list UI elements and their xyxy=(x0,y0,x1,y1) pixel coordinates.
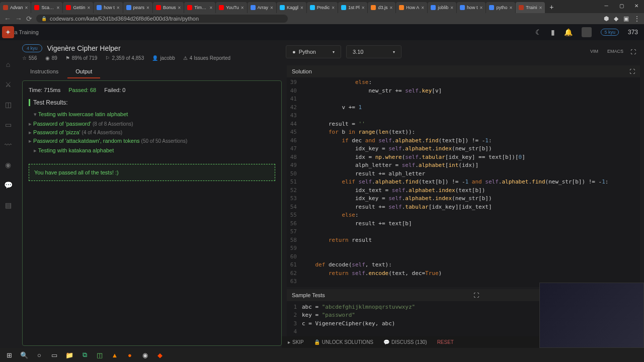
vim-mode-button[interactable]: VIM xyxy=(586,47,602,57)
task-view-icon[interactable]: ▭ xyxy=(48,349,60,361)
solution-editor[interactable]: 39 else:40 new_str += self.key[v]4142 v … xyxy=(287,77,640,287)
app-icon[interactable]: ▲ xyxy=(109,349,121,361)
browser-tab[interactable]: Array× xyxy=(248,2,276,13)
close-tab-icon[interactable]: × xyxy=(390,5,393,11)
stars-stat[interactable]: ☆ 556 xyxy=(22,55,37,61)
sidebar-career-icon[interactable]: ▭ xyxy=(5,121,12,129)
start-button[interactable]: ⊞ xyxy=(3,349,15,361)
new-tab-button[interactable]: + xyxy=(545,1,557,13)
search-icon[interactable]: 🔍 xyxy=(18,349,30,361)
tab-instructions[interactable]: Instructions xyxy=(22,65,66,78)
test-sub-group[interactable]: Password of 'password' (8 of 8 Assertion… xyxy=(29,121,275,127)
browser-tab[interactable]: How A× xyxy=(396,2,427,13)
close-tab-icon[interactable]: × xyxy=(509,5,512,11)
close-tab-icon[interactable]: × xyxy=(362,5,365,11)
test-group[interactable]: Testing with lowercase latin alphabet xyxy=(29,111,275,118)
close-tab-icon[interactable]: × xyxy=(209,5,212,11)
app-icon[interactable]: ◫ xyxy=(94,349,106,361)
cortana-icon[interactable]: ○ xyxy=(33,349,45,361)
sidebar-home-icon[interactable]: ⌂ xyxy=(6,60,10,68)
url-input[interactable]: 🔒 codewars.com/kata/52d1bd3694d26f8d6e00… xyxy=(36,15,288,23)
sidebar-docs-icon[interactable]: ▤ xyxy=(5,201,12,209)
time-stat: Time: 715ms xyxy=(29,87,60,93)
browser-tab[interactable]: how t× xyxy=(457,2,486,13)
close-tab-icon[interactable]: × xyxy=(25,5,28,11)
vscode-icon[interactable]: ⧉ xyxy=(78,349,91,361)
browser-tab[interactable]: d3.js× xyxy=(368,2,395,13)
sidebar-leaderboard-icon[interactable]: 〰 xyxy=(5,141,12,149)
code-line: 43 xyxy=(287,112,640,120)
test-sub-group[interactable]: Password of 'attackatdawn', random token… xyxy=(29,138,275,144)
issues-stat[interactable]: ⚠ 4 Issues Reported xyxy=(183,55,230,61)
explorer-icon[interactable]: 📁 xyxy=(63,349,75,361)
language-selector[interactable]: ● Python ▾ xyxy=(286,45,341,58)
browser-tab[interactable]: how t× xyxy=(94,2,122,13)
browser-tab[interactable]: Predic× xyxy=(307,2,338,13)
notifications-icon[interactable]: 🔔 xyxy=(564,28,573,36)
sidebar-freestyle-icon[interactable]: ◫ xyxy=(5,101,12,109)
extension-icon[interactable]: ⋮ xyxy=(634,15,640,22)
reload-button[interactable]: ⟳ xyxy=(26,15,32,23)
emacs-mode-button[interactable]: EMACS xyxy=(603,47,627,57)
close-window-button[interactable]: ✕ xyxy=(629,0,644,11)
close-tab-icon[interactable]: × xyxy=(178,5,181,11)
test-group[interactable]: Testing with katakana alphabet xyxy=(29,147,275,154)
reset-button[interactable]: RESET xyxy=(437,339,454,345)
bookmark-icon[interactable]: ▮ xyxy=(551,28,555,36)
maximize-button[interactable]: ▢ xyxy=(614,0,629,11)
forward-button[interactable]: → xyxy=(15,15,22,23)
extension-icon[interactable]: ⬢ xyxy=(604,15,609,22)
codewars-logo[interactable]: ✦ xyxy=(2,26,14,38)
browser-tab[interactable]: joblib× xyxy=(428,2,456,13)
fullscreen-icon[interactable]: ⛶ xyxy=(628,47,638,57)
browser-tab[interactable]: 1st Pl× xyxy=(338,2,367,13)
close-tab-icon[interactable]: × xyxy=(146,5,149,11)
test-sub-group[interactable]: Password of 'pizza' (4 of 4 Assertions) xyxy=(29,129,275,136)
version-selector[interactable]: 3.10 ▾ xyxy=(346,45,401,58)
browser-tab[interactable]: Traini× xyxy=(516,2,545,13)
extension-icon[interactable]: ▣ xyxy=(623,15,629,22)
close-tab-icon[interactable]: × xyxy=(332,5,335,11)
back-button[interactable]: ← xyxy=(4,15,11,23)
close-tab-icon[interactable]: × xyxy=(57,5,60,11)
close-tab-icon[interactable]: × xyxy=(539,5,542,11)
sidebar-chat-icon[interactable]: 💬 xyxy=(4,181,13,189)
chrome-icon[interactable]: ◉ xyxy=(139,349,151,361)
tab-output[interactable]: Output xyxy=(67,65,100,78)
sidebar-practice-icon[interactable]: ⚔ xyxy=(5,80,12,88)
close-tab-icon[interactable]: × xyxy=(241,5,244,11)
browser-tab[interactable]: pytho× xyxy=(486,2,515,13)
firefox-icon[interactable]: ● xyxy=(124,349,136,361)
close-tab-icon[interactable]: × xyxy=(450,5,453,11)
browser-tab[interactable]: YouTu× xyxy=(216,2,247,13)
sidebar-discord-icon[interactable]: ◉ xyxy=(5,161,11,169)
extension-icon[interactable]: ◆ xyxy=(614,15,618,22)
code-line: 40 new_str += self.key[v] xyxy=(287,87,640,96)
code-line: 45 for b in range(len(text)): xyxy=(287,128,640,137)
close-tab-icon[interactable]: × xyxy=(300,5,303,11)
close-tab-icon[interactable]: × xyxy=(117,5,120,11)
browser-tab[interactable]: Advan× xyxy=(0,2,31,13)
tab-title: how t xyxy=(104,5,115,10)
close-tab-icon[interactable]: × xyxy=(270,5,273,11)
tab-bar: Advan×Scan C×Gettin×how t×pears×Bonus×Ti… xyxy=(0,0,644,13)
theme-toggle-icon[interactable]: ☾ xyxy=(535,28,542,36)
skip-button[interactable]: ▸ SKIP xyxy=(288,339,304,345)
expand-icon[interactable]: ⛶ xyxy=(473,292,479,298)
minimize-button[interactable]: ─ xyxy=(599,0,614,11)
unlock-button[interactable]: 🔒 UNLOCK SOLUTIONS xyxy=(314,339,373,345)
avatar[interactable] xyxy=(582,27,592,37)
close-tab-icon[interactable]: × xyxy=(421,5,424,11)
browser-tab[interactable]: Gettin× xyxy=(63,2,93,13)
browser-tab[interactable]: Scan C× xyxy=(31,2,62,13)
close-tab-icon[interactable]: × xyxy=(480,5,483,11)
close-tab-icon[interactable]: × xyxy=(87,5,90,11)
author-stat[interactable]: 👤 jacobb xyxy=(152,55,175,61)
browser-tab[interactable]: Time S× xyxy=(184,2,215,13)
browser-tab[interactable]: Bonus× xyxy=(153,2,184,13)
browser-tab[interactable]: Kaggl× xyxy=(277,2,306,13)
browser-tab[interactable]: pears× xyxy=(123,2,152,13)
brave-icon[interactable]: ◆ xyxy=(154,349,166,361)
expand-icon[interactable]: ⛶ xyxy=(629,68,635,74)
discuss-button[interactable]: 💬 DISCUSS (130) xyxy=(383,339,427,345)
